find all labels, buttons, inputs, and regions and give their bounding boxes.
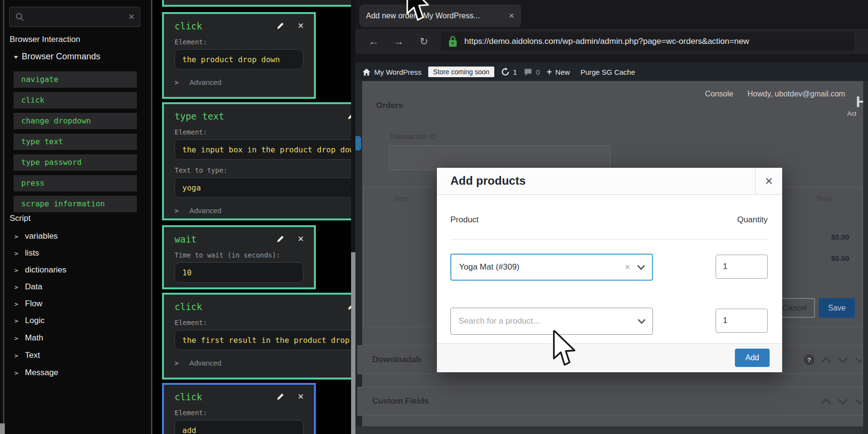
command-type-text[interactable]: type text <box>14 134 137 150</box>
tree-item-flow[interactable]: > Flow <box>14 299 42 309</box>
command-change-dropdown[interactable]: change dropdown <box>14 113 137 129</box>
page-title: Orders <box>376 101 403 110</box>
save-button[interactable]: Save <box>819 298 855 318</box>
chevron-down-icon[interactable] <box>854 398 863 405</box>
wp-new-menu[interactable]: + New <box>547 67 570 77</box>
chevron-down-icon[interactable] <box>838 398 848 405</box>
element-input[interactable]: the product drop down <box>175 49 303 69</box>
wp-purge-sg-cache[interactable]: Purge SG Cache <box>581 68 635 76</box>
tree-item-variables[interactable]: > variables <box>14 231 58 241</box>
close-icon[interactable]: ✕ <box>298 393 304 401</box>
wait-time-input[interactable]: 10 <box>175 262 303 283</box>
forward-icon[interactable]: → <box>392 36 406 47</box>
add-button[interactable]: Add <box>735 349 770 367</box>
clear-selection-icon[interactable]: ✕ <box>624 263 630 271</box>
tab-close-icon[interactable]: ✕ <box>508 12 515 20</box>
total-column-header: Total <box>816 194 831 203</box>
close-icon[interactable]: ✕ <box>298 235 304 243</box>
chevron-up-icon[interactable] <box>821 398 831 405</box>
wp-site-menu[interactable]: My WordPress <box>362 68 421 76</box>
edit-pencil-icon[interactable] <box>276 393 285 401</box>
tree-item-message[interactable]: > Message <box>14 368 58 378</box>
script-block-type-text[interactable]: type text ✕ Element: the input box in th… <box>162 102 351 220</box>
chevron-right-icon: > <box>14 250 18 257</box>
chevron-right-icon: > <box>175 79 178 86</box>
chevron-right-icon: > <box>14 369 18 377</box>
edit-pencil-icon[interactable] <box>347 302 351 311</box>
tree-item-text[interactable]: > Text <box>14 351 40 360</box>
tree-item-logic[interactable]: > Logic <box>14 316 44 326</box>
element-input[interactable]: the input box in the product drop down <box>175 139 351 160</box>
product-select-yoga-mat[interactable]: Yoga Mat (#309) ✕ <box>450 254 653 281</box>
chevron-up-icon[interactable] <box>821 357 831 363</box>
chevron-right-icon: > <box>175 359 178 367</box>
script-block-click-first-result[interactable]: click ✕ Element: the first result in the… <box>162 293 351 380</box>
script-block-wait[interactable]: wait ✕ Time to wait (in seconds): 10 <box>162 225 316 289</box>
text-to-type-input[interactable]: yoga <box>175 177 351 198</box>
tree-item-dictionaries[interactable]: > dictionaries <box>14 265 67 275</box>
comment-icon <box>524 68 532 76</box>
advanced-toggle[interactable]: > Advanced <box>175 359 351 367</box>
command-search[interactable]: ✕ <box>9 7 140 27</box>
line-total: $0.00 <box>831 233 849 241</box>
group-browser-commands[interactable]: ▾ Browser Commands <box>14 52 100 62</box>
edit-pencil-icon[interactable] <box>276 22 285 30</box>
text-to-type-label: Text to type: <box>175 166 351 174</box>
wait-time-label: Time to wait (in seconds): <box>175 251 303 259</box>
edit-pencil-icon[interactable] <box>276 235 285 243</box>
tree-item-math[interactable]: > Math <box>14 333 43 343</box>
help-question-icon[interactable]: ? <box>804 354 814 365</box>
chevron-down-icon: ▾ <box>14 54 18 60</box>
group-label: Browser Commands <box>22 52 100 62</box>
quantity-input[interactable]: 1 <box>716 309 768 333</box>
search-clear-icon[interactable]: ✕ <box>128 12 140 22</box>
script-block-click-product-dropdown[interactable]: click ✕ Element: the product drop down >… <box>162 12 316 99</box>
search-input[interactable] <box>25 13 128 21</box>
element-label: Element: <box>175 38 303 46</box>
console-link[interactable]: Console <box>705 90 733 98</box>
howdy-account[interactable]: Howdy, ubotdev@gmail.com <box>747 90 845 98</box>
canvas-scrollbar-thumb[interactable] <box>351 252 355 434</box>
chevron-down-icon[interactable] <box>838 357 848 363</box>
address-bar[interactable]: https://demo.aidolons.com/wp-admin/admin… <box>441 32 854 51</box>
product-select-empty[interactable]: Search for a product... <box>450 308 653 335</box>
command-navigate[interactable]: navigate <box>14 71 137 88</box>
command-scrape-information[interactable]: scrape information <box>14 196 137 212</box>
wp-sidebar-highlight-fragment <box>355 136 361 150</box>
wp-updates[interactable]: 1 <box>501 68 517 76</box>
command-type-password[interactable]: type password <box>14 154 137 171</box>
advanced-toggle[interactable]: > Advanced <box>175 206 351 215</box>
lock-icon <box>448 35 458 48</box>
close-icon[interactable]: ✕ <box>298 22 304 30</box>
command-click[interactable]: click <box>14 92 137 108</box>
chevron-down-icon <box>637 265 645 270</box>
tree-item-data[interactable]: > Data <box>14 282 42 292</box>
block-title: click <box>175 21 202 31</box>
page-scrollbar[interactable] <box>863 81 868 434</box>
advanced-toggle[interactable]: > Advanced <box>175 78 303 86</box>
command-press[interactable]: press <box>14 175 137 191</box>
custom-fields-section-bar[interactable]: Custom Fields <box>357 387 863 416</box>
tree-item-lists[interactable]: > lists <box>14 248 39 258</box>
sidebar-scrollbar-thumb[interactable] <box>0 423 5 434</box>
transaction-id-input[interactable] <box>389 145 610 170</box>
modal-close-button[interactable]: ✕ <box>755 168 782 194</box>
wp-comments[interactable]: 0 <box>524 68 540 76</box>
store-coming-soon-badge[interactable]: Store coming soon <box>428 67 494 77</box>
chevron-down-icon[interactable] <box>854 357 863 363</box>
quantity-column-header: Quantity <box>737 215 768 225</box>
edit-pencil-icon[interactable] <box>347 112 351 120</box>
back-icon[interactable]: ← <box>367 36 380 47</box>
reload-icon[interactable]: ↻ <box>417 36 431 47</box>
url-text: https://demo.aidolons.com/wp-admin/admin… <box>464 37 749 46</box>
element-input[interactable]: add <box>175 420 303 434</box>
browser-tab[interactable]: Add new order ‹ My WordPress... ✕ <box>359 4 521 27</box>
plus-icon: + <box>547 67 552 77</box>
script-block-click-add[interactable]: click ✕ Element: add <box>162 383 316 434</box>
modal-title: Add products <box>450 174 526 188</box>
canvas-scrollbar[interactable] <box>351 0 355 434</box>
block-title: click <box>175 301 202 312</box>
script-block-partial[interactable] <box>162 0 351 7</box>
quantity-input[interactable]: 1 <box>716 255 768 279</box>
element-input[interactable]: the first result in the product drop dow… <box>175 330 351 350</box>
